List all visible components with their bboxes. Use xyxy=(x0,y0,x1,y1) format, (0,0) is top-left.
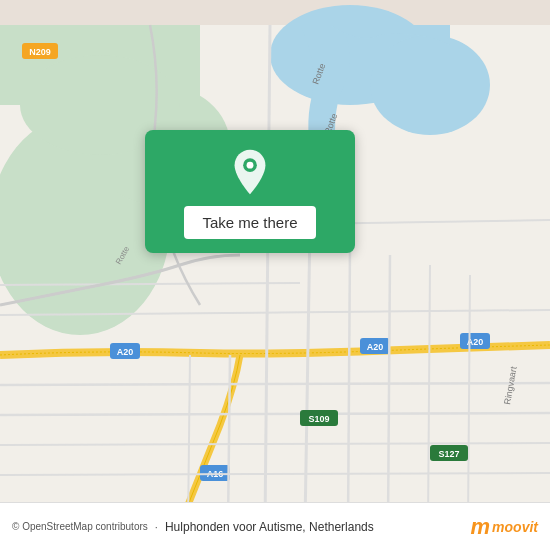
location-pin-icon xyxy=(226,148,274,196)
take-me-there-button[interactable]: Take me there xyxy=(184,206,315,239)
svg-text:S127: S127 xyxy=(438,449,459,459)
moovit-logo: m moovit xyxy=(471,514,538,540)
svg-point-43 xyxy=(247,162,254,169)
moovit-brand-text: moovit xyxy=(492,519,538,535)
svg-text:A20: A20 xyxy=(117,347,134,357)
svg-text:A20: A20 xyxy=(367,342,384,352)
overlay-card: Take me there xyxy=(145,130,355,253)
moovit-icon: m xyxy=(471,514,491,540)
svg-text:S109: S109 xyxy=(308,414,329,424)
map-svg: A20 A20 A20 A16 S109 xyxy=(0,0,550,550)
map-container: A20 A20 A20 A16 S109 xyxy=(0,0,550,550)
osm-copyright: © OpenStreetMap contributors xyxy=(12,521,148,532)
svg-text:N209: N209 xyxy=(29,47,51,57)
footer-left: © OpenStreetMap contributors · Hulphonde… xyxy=(12,520,374,534)
svg-point-4 xyxy=(370,35,490,135)
footer: © OpenStreetMap contributors · Hulphonde… xyxy=(0,502,550,550)
location-name: Hulphonden voor Autisme, Netherlands xyxy=(165,520,374,534)
